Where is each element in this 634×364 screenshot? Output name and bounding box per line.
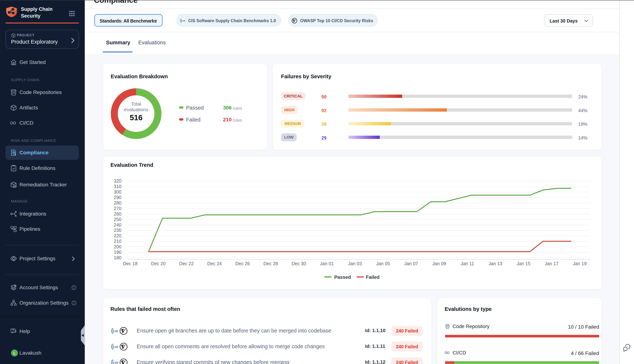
svg-text:CIS: CIS: [113, 361, 118, 364]
svg-text:CIS: CIS: [113, 329, 118, 332]
svg-text:CIS: CIS: [113, 345, 118, 348]
